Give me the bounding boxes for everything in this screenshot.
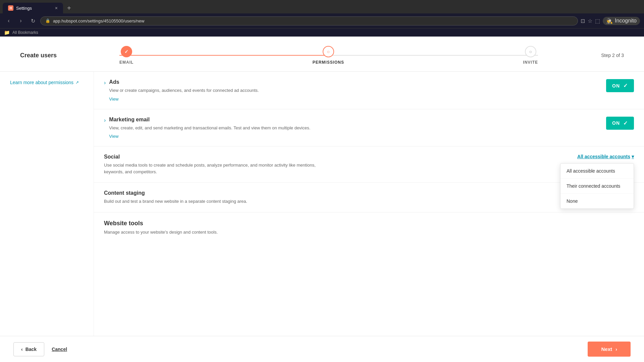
- ads-info: Ads View or create campaigns, audiences,…: [109, 79, 603, 102]
- next-icon: ›: [615, 346, 617, 352]
- ads-toggle-label: ON: [612, 83, 620, 88]
- marketing-email-toggle-area: ON ✓: [606, 117, 634, 130]
- incognito-badge: 🕵 Incognito: [603, 17, 640, 25]
- permissions-content: › Ads View or create campaigns, audience…: [94, 72, 644, 336]
- ads-header: › Ads View or create campaigns, audience…: [104, 79, 634, 102]
- new-tab-button[interactable]: +: [64, 4, 74, 12]
- social-section: Social Use social media tools to create …: [94, 146, 644, 183]
- social-dropdown-menu: All accessible accounts Their connected …: [560, 163, 634, 209]
- content-staging-description: Build out and test a brand new website i…: [104, 198, 634, 205]
- step-invite-circle: ○: [525, 46, 536, 57]
- sidebar: Learn more about permissions ↗: [0, 72, 94, 336]
- step-email: ✓ EMAIL: [119, 46, 133, 65]
- page-content: Create users ✓ EMAIL ○ PERMISSIONS ○ INV…: [0, 37, 644, 362]
- step-invite: ○ INVITE: [523, 46, 538, 65]
- ads-check-icon: ✓: [623, 82, 628, 89]
- social-header: Social Use social media tools to create …: [104, 154, 634, 175]
- marketing-email-expand-button[interactable]: ›: [104, 117, 106, 123]
- step-permissions-label: PERMISSIONS: [313, 60, 344, 65]
- bookmarks-icon: 📁: [4, 30, 10, 35]
- cast-icon[interactable]: ⊡: [581, 18, 585, 24]
- ads-on-toggle[interactable]: ON ✓: [606, 79, 634, 92]
- step-count: Step 2 of 3: [590, 53, 624, 58]
- address-bar[interactable]: 🔒 app.hubspot.com/settings/45105500/user…: [40, 16, 578, 25]
- marketing-email-toggle-label: ON: [612, 120, 620, 126]
- cancel-button[interactable]: Cancel: [44, 343, 74, 356]
- social-option-connected[interactable]: Their connected accounts: [560, 179, 634, 194]
- marketing-email-title: Marketing email: [109, 117, 603, 123]
- cancel-label: Cancel: [52, 347, 67, 352]
- content-staging-title: Content staging: [104, 190, 634, 196]
- tab-title: Settings: [16, 6, 32, 11]
- external-link-icon: ↗: [75, 80, 79, 85]
- website-tools-section: Website tools Manage access to your webs…: [94, 213, 644, 243]
- social-option-none[interactable]: None: [560, 194, 634, 208]
- wizard-header: Create users ✓ EMAIL ○ PERMISSIONS ○ INV…: [0, 37, 644, 72]
- bookmarks-label: All Bookmarks: [12, 30, 38, 35]
- incognito-icon: 🕵: [606, 18, 613, 24]
- step-email-circle: ✓: [121, 46, 132, 57]
- tab-close-button[interactable]: ×: [55, 5, 58, 11]
- browser-tabs: H Settings × +: [0, 0, 644, 13]
- ads-description: View or create campaigns, audiences, and…: [109, 87, 603, 94]
- browser-nav: ‹ › ↻ 🔒 app.hubspot.com/settings/4510550…: [0, 13, 644, 28]
- tab-favicon: H: [8, 5, 13, 11]
- marketing-email-on-toggle[interactable]: ON ✓: [606, 117, 634, 130]
- next-label: Next: [601, 346, 612, 352]
- ads-view-link[interactable]: View: [109, 97, 603, 102]
- social-content: Social Use social media tools to create …: [104, 154, 577, 175]
- step-permissions: ○ PERMISSIONS: [313, 46, 344, 65]
- social-title: Social: [104, 154, 577, 160]
- ads-title: Ads: [109, 79, 603, 85]
- active-tab[interactable]: H Settings ×: [3, 3, 63, 13]
- back-label: Back: [25, 347, 37, 352]
- social-description: Use social media tools to create and sch…: [104, 162, 332, 175]
- social-dropdown-wrapper: All accessible accounts ▾ All accessible…: [577, 154, 634, 159]
- marketing-email-header: › Marketing email View, create, edit, an…: [104, 117, 634, 139]
- ads-expand-button[interactable]: ›: [104, 80, 106, 86]
- wizard-steps: ✓ EMAIL ○ PERMISSIONS ○ INVITE: [67, 46, 590, 65]
- bookmarks-bar: 📁 All Bookmarks: [0, 28, 644, 37]
- learn-permissions-link[interactable]: Learn more about permissions ↗: [10, 80, 84, 85]
- reload-button[interactable]: ↻: [28, 16, 38, 25]
- url-text: app.hubspot.com/settings/45105500/users/…: [53, 18, 144, 23]
- lock-icon: 🔒: [45, 18, 50, 23]
- wizard-title: Create users: [20, 52, 67, 59]
- marketing-email-section: › Marketing email View, create, edit, an…: [94, 109, 644, 147]
- social-option-all[interactable]: All accessible accounts: [560, 164, 634, 179]
- ads-section: › Ads View or create campaigns, audience…: [94, 72, 644, 109]
- footer: ‹ Back Cancel Next ›: [0, 336, 644, 362]
- learn-link-text: Learn more about permissions: [10, 80, 73, 85]
- steps-row: ✓ EMAIL ○ PERMISSIONS ○ INVITE: [119, 46, 538, 65]
- step-invite-label: INVITE: [523, 60, 538, 65]
- marketing-email-check-icon: ✓: [623, 120, 628, 126]
- website-tools-description: Manage access to your website's design a…: [104, 229, 634, 236]
- social-dropdown-label: All accessible accounts: [577, 154, 630, 159]
- back-nav-button[interactable]: ‹: [4, 16, 13, 25]
- marketing-email-description: View, create, edit, and send marketing a…: [109, 125, 603, 131]
- marketing-email-info: Marketing email View, create, edit, and …: [109, 117, 603, 139]
- extensions-icon[interactable]: ⬚: [595, 18, 600, 24]
- website-tools-title: Website tools: [104, 220, 634, 227]
- incognito-label: Incognito: [615, 18, 637, 24]
- step-email-label: EMAIL: [119, 60, 133, 65]
- step-permissions-circle: ○: [323, 46, 334, 57]
- browser-chrome: H Settings × + ‹ › ↻ 🔒 app.hubspot.com/s…: [0, 0, 644, 37]
- marketing-email-view-link[interactable]: View: [109, 134, 603, 139]
- back-button[interactable]: ‹ Back: [13, 342, 44, 356]
- next-button[interactable]: Next ›: [588, 342, 631, 357]
- back-icon: ‹: [21, 347, 23, 352]
- content-area: Learn more about permissions ↗ › Ads Vie…: [0, 72, 644, 336]
- star-icon[interactable]: ☆: [588, 18, 592, 24]
- browser-toolbar-right: ⊡ ☆ ⬚ 🕵 Incognito: [581, 17, 640, 25]
- social-dropdown-button[interactable]: All accessible accounts ▾: [577, 154, 634, 159]
- ads-toggle-area: ON ✓: [606, 79, 634, 92]
- social-dropdown-chevron-icon: ▾: [632, 154, 634, 159]
- forward-nav-button[interactable]: ›: [16, 16, 25, 25]
